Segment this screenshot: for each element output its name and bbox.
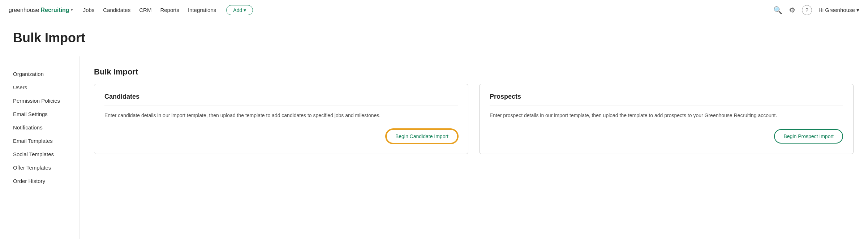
sidebar-item-permission-policies[interactable]: Permission Policies: [13, 94, 79, 107]
prospects-card-description: Enter prospect details in our import tem…: [490, 112, 843, 120]
prospects-card: Prospects Enter prospect details in our …: [479, 84, 854, 154]
candidates-card: Candidates Enter candidate details in ou…: [94, 84, 468, 154]
sidebar-item-notifications[interactable]: Notifications: [13, 121, 79, 134]
prospects-card-action: Begin Prospect Import: [490, 129, 843, 144]
sidebar-item-social-templates[interactable]: Social Templates: [13, 148, 79, 161]
page-title: Bulk Import: [13, 30, 854, 46]
sidebar: Organization Users Permission Policies E…: [0, 56, 80, 239]
nav-links: Jobs Candidates CRM Reports Integrations: [83, 7, 216, 13]
sidebar-item-order-history[interactable]: Order History: [13, 174, 79, 188]
candidates-card-title: Candidates: [104, 93, 458, 106]
brand-product: Recruiting: [41, 7, 69, 13]
candidates-card-action: Begin Candidate Import: [104, 129, 458, 144]
brand-name: greenhouse: [9, 7, 39, 13]
begin-prospect-import-button[interactable]: Begin Prospect Import: [774, 129, 843, 144]
candidates-card-description: Enter candidate details in our import te…: [104, 112, 458, 120]
nav-jobs[interactable]: Jobs: [83, 7, 95, 13]
settings-icon-button[interactable]: ⚙: [789, 6, 795, 14]
search-icon-button[interactable]: 🔍: [773, 6, 782, 14]
gear-icon: ⚙: [789, 6, 795, 14]
nav-reports[interactable]: Reports: [160, 7, 179, 13]
sidebar-item-organization[interactable]: Organization: [13, 67, 79, 81]
nav-crm[interactable]: CRM: [139, 7, 151, 13]
sidebar-item-email-templates[interactable]: Email Templates: [13, 134, 79, 148]
main-content: Bulk Import Candidates Enter candidate d…: [80, 56, 868, 239]
help-icon: ?: [805, 7, 808, 13]
user-menu[interactable]: Hi Greenhouse ▾: [818, 7, 859, 13]
sidebar-item-email-settings[interactable]: Email Settings: [13, 107, 79, 121]
brand-logo[interactable]: greenhouse Recruiting ▾: [9, 7, 73, 13]
help-icon-button[interactable]: ?: [802, 5, 812, 15]
sidebar-item-offer-templates[interactable]: Offer Templates: [13, 161, 79, 174]
sidebar-item-users[interactable]: Users: [13, 81, 79, 94]
nav-integrations[interactable]: Integrations: [188, 7, 216, 13]
add-button[interactable]: Add ▾: [226, 5, 253, 15]
begin-candidate-import-button[interactable]: Begin Candidate Import: [386, 129, 458, 144]
brand-chevron-icon: ▾: [71, 8, 73, 12]
page-container: Organization Users Permission Policies E…: [0, 56, 868, 239]
user-label: Hi Greenhouse ▾: [818, 7, 859, 13]
navbar: greenhouse Recruiting ▾ Jobs Candidates …: [0, 0, 868, 20]
page-header: Bulk Import: [0, 20, 868, 46]
navbar-right: 🔍 ⚙ ? Hi Greenhouse ▾: [773, 5, 859, 15]
prospects-card-title: Prospects: [490, 93, 843, 106]
cards-row: Candidates Enter candidate details in ou…: [94, 84, 854, 154]
search-icon: 🔍: [773, 6, 782, 14]
section-title: Bulk Import: [94, 67, 854, 77]
nav-candidates[interactable]: Candidates: [103, 7, 130, 13]
